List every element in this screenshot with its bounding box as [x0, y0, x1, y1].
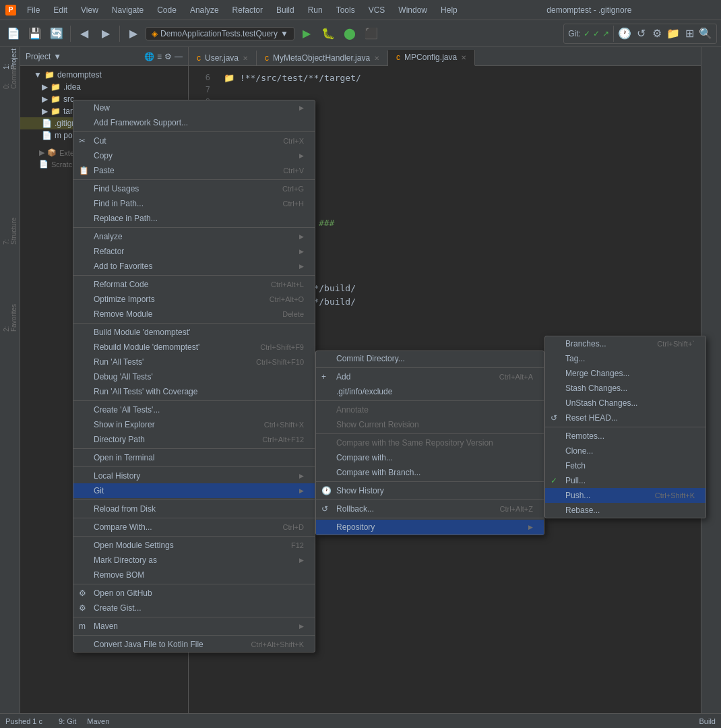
ctx-remove-module[interactable]: Remove ModuleDelete [73, 307, 315, 322]
ctx3-pull[interactable]: ✓Pull... [545, 473, 706, 488]
toolbar-layout[interactable]: ⊞ [683, 27, 696, 40]
toolbar-coverage[interactable]: ⬤ [340, 24, 359, 43]
panel-icon-filter[interactable]: ≡ [157, 52, 162, 61]
ctx-local-history[interactable]: Local History [73, 468, 315, 483]
ctx-mark-dir[interactable]: Mark Directory as [73, 553, 315, 568]
menu-navigate[interactable]: Navigate [106, 4, 149, 16]
tab-mpconfig[interactable]: c MPConfig.java ✕ [388, 50, 475, 66]
build-status[interactable]: Build [699, 717, 716, 725]
ctx-remove-bom[interactable]: Remove BOM [73, 568, 315, 582]
ctx-create-gist[interactable]: ⚙Create Gist... [73, 601, 315, 615]
menu-file[interactable]: File [22, 4, 45, 16]
ctx-terminal[interactable]: Open in Terminal [73, 450, 315, 465]
ctx-dir-path[interactable]: Directory PathCtrl+Alt+F12 [73, 432, 315, 447]
ctx-reformat[interactable]: Reformat CodeCtrl+Alt+L [73, 277, 315, 292]
tab-close-3[interactable]: ✕ [461, 54, 466, 61]
ctx3-stash[interactable]: Stash Changes... [545, 381, 706, 396]
ctx-create-tests[interactable]: Create 'All Tests'... [73, 402, 315, 417]
sidebar-icon-commit[interactable]: 0: Commit [1, 69, 19, 86]
ctx-copy[interactable]: Copy [73, 148, 315, 163]
ctx3-branches[interactable]: Branches...Ctrl+Shift+` [545, 336, 706, 351]
menu-view[interactable]: View [75, 4, 104, 16]
ctx3-unstash[interactable]: UnStash Changes... [545, 396, 706, 411]
toolbar-forward[interactable]: ▶ [96, 24, 115, 43]
ctx-reload[interactable]: Reload from Disk [73, 502, 315, 516]
ctx3-remotes[interactable]: Remotes... [545, 429, 706, 444]
panel-icon-minimize[interactable]: — [175, 52, 183, 61]
run-config-breadcrumb[interactable]: ◈ DemoApplicationTests.testQuery ▼ [146, 27, 294, 40]
ctx-paste[interactable]: 📋PasteCtrl+V [73, 163, 315, 178]
toolbar-search[interactable]: 🔍 [699, 27, 712, 40]
ctx3-merge[interactable]: Merge Changes... [545, 366, 706, 381]
ctx3-fetch[interactable]: Fetch [545, 458, 706, 473]
ctx-github[interactable]: ⚙Open on GitHub [73, 586, 315, 601]
ctx-refactor[interactable]: Refactor [73, 244, 315, 259]
tree-root[interactable]: ▼ 📁 demomptest [20, 69, 188, 81]
toolbar-files[interactable]: 📁 [666, 27, 680, 40]
toolbar-stop[interactable]: ⬛ [362, 24, 381, 43]
menu-tools[interactable]: Tools [331, 4, 360, 16]
ctx-find-in-path[interactable]: Find in Path...Ctrl+H [73, 196, 315, 211]
ctx3-rebase[interactable]: Rebase... [545, 503, 706, 518]
ctx-analyze[interactable]: Analyze [73, 229, 315, 244]
ctx-run-tests[interactable]: Run 'All Tests'Ctrl+Shift+F10 [73, 355, 315, 369]
ctx2-repository[interactable]: Repository [316, 520, 544, 535]
ctx-run-coverage[interactable]: Run 'All Tests' with Coverage [73, 384, 315, 399]
ctx-replace-in-path[interactable]: Replace in Path... [73, 211, 315, 226]
ctx2-compare-with[interactable]: Compare with... [316, 450, 544, 465]
tree-item-1[interactable]: ▶📁.idea [20, 81, 188, 93]
ctx3-clone[interactable]: Clone... [545, 444, 706, 458]
menu-run[interactable]: Run [303, 4, 328, 16]
ctx-cut[interactable]: ✂CutCtrl+X [73, 133, 315, 148]
menu-edit[interactable]: Edit [48, 4, 73, 16]
menu-window[interactable]: Window [393, 4, 433, 16]
menu-vcs[interactable]: VCS [363, 4, 391, 16]
git-status[interactable]: 9: Git [59, 717, 76, 725]
ctx-find-usages[interactable]: Find UsagesCtrl+G [73, 181, 315, 196]
toolbar-undo[interactable]: ↺ [634, 27, 648, 40]
menu-code[interactable]: Code [152, 4, 182, 16]
sidebar-icon-project[interactable]: 1: Project [1, 50, 19, 67]
sidebar-icon-structure[interactable]: 7: Structure [1, 222, 19, 240]
ctx-git[interactable]: Git [73, 483, 315, 498]
toolbar-new[interactable]: 📄 [4, 24, 23, 43]
maven-status[interactable]: Maven [87, 717, 109, 725]
ctx-rebuild-module[interactable]: Rebuild Module 'demomptest'Ctrl+Shift+F9 [73, 340, 315, 355]
ctx3-push[interactable]: Push...Ctrl+Shift+K [545, 488, 706, 503]
ctx3-tag[interactable]: Tag... [545, 351, 706, 366]
toolbar-clock[interactable]: 🕐 [618, 27, 631, 40]
ctx2-add[interactable]: +AddCtrl+Alt+A [316, 369, 544, 384]
ctx-debug-tests[interactable]: Debug 'All Tests' [73, 369, 315, 384]
toolbar-sync[interactable]: 🔄 [47, 24, 66, 43]
ctx-compare-with[interactable]: Compare With...Ctrl+D [73, 520, 315, 535]
panel-icon-settings[interactable]: ⚙ [164, 52, 172, 61]
toolbar-back[interactable]: ◀ [75, 24, 94, 43]
git-toolbar[interactable]: Git: ✓ ✓ ↗ 🕐 ↺ ⚙ 📁 ⊞ 🔍 [563, 24, 717, 44]
ctx-build-module[interactable]: Build Module 'demomptest' [73, 325, 315, 340]
toolbar-run[interactable]: ▶ [297, 24, 316, 43]
menu-help[interactable]: Help [435, 4, 463, 16]
ctx-add-framework[interactable]: Add Framework Support... [73, 115, 315, 130]
panel-icon-globe[interactable]: 🌐 [144, 52, 154, 61]
ctx2-git-exclude[interactable]: .git/info/exclude [316, 384, 544, 399]
ctx-favorites[interactable]: Add to Favorites [73, 259, 315, 274]
ctx-show-explorer[interactable]: Show in ExplorerCtrl+Shift+X [73, 417, 315, 432]
ctx-module-settings[interactable]: Open Module SettingsF12 [73, 538, 315, 553]
toolbar-save[interactable]: 💾 [26, 24, 44, 43]
sidebar-icon-favorites[interactable]: 2: Favorites [1, 309, 19, 326]
tab-meta-handler[interactable]: c MyMetaObjectHandler.java ✕ [257, 51, 388, 65]
ctx2-commit-dir[interactable]: Commit Directory... [316, 351, 544, 366]
ctx2-compare-branch[interactable]: Compare with Branch... [316, 465, 544, 480]
ctx-convert-java[interactable]: Convert Java File to Kotlin FileCtrl+Alt… [73, 637, 315, 652]
menu-refactor[interactable]: Refactor [227, 4, 268, 16]
menu-build[interactable]: Build [271, 4, 300, 16]
toolbar-debug[interactable]: 🐛 [319, 24, 338, 43]
ctx3-reset-head[interactable]: ↺Reset HEAD... [545, 411, 706, 425]
tab-close-1[interactable]: ✕ [243, 55, 248, 62]
tab-user-java[interactable]: c User.java ✕ [189, 51, 257, 65]
ctx-optimize[interactable]: Optimize ImportsCtrl+Alt+O [73, 292, 315, 307]
ctx-maven[interactable]: mMaven [73, 619, 315, 634]
tab-close-2[interactable]: ✕ [374, 55, 379, 62]
toolbar-settings[interactable]: ⚙ [650, 27, 664, 40]
ctx2-show-history[interactable]: 🕐Show History [316, 483, 544, 498]
